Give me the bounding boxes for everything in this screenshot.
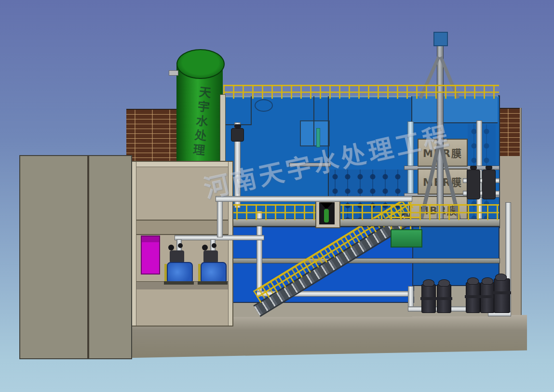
equipment-green-column: [324, 209, 329, 222]
left-boundary-wall: [19, 155, 132, 359]
room-left-beam: [132, 162, 136, 326]
tank-right-top-band: [412, 96, 498, 123]
green-riser-pipe: [316, 128, 320, 147]
tank-inner-ledge: [289, 163, 331, 167]
blower-header-riser: [408, 286, 414, 309]
blower-pump: [421, 284, 436, 313]
room-top-band: [132, 162, 232, 167]
transfer-pipe: [216, 196, 412, 202]
tank-partition-line: [251, 96, 252, 125]
pump-motor-works: [170, 250, 184, 263]
valve-handwheel: [202, 245, 208, 250]
pipe-valve: [231, 128, 244, 142]
magenta-cabinet: [141, 235, 160, 274]
plant-3d-rendering: 天宇水处理 MBR膜 MBR膜 MBR膜: [0, 0, 554, 392]
blower-pump: [466, 282, 480, 313]
blower-pump: [437, 284, 451, 313]
walkway-guardrail: [227, 204, 499, 220]
pump-base: [198, 281, 228, 285]
room-right-beam: [228, 162, 232, 326]
green-storage-tank-top: [176, 49, 225, 79]
tank-partition-line: [313, 96, 314, 145]
valve-handwheel: [178, 243, 183, 248]
top-guardrail: [223, 85, 499, 99]
brick-column-right: [500, 108, 520, 156]
pump-base: [164, 281, 194, 285]
valve-handwheel: [212, 243, 216, 248]
stair-landing-green: [391, 229, 422, 248]
manhole-outline: [255, 99, 273, 112]
transfer-pipe-drop: [217, 201, 223, 237]
blower-pump: [480, 282, 495, 313]
hoist-mast-cap: [433, 32, 448, 46]
manifold-valve: [482, 170, 496, 199]
manifold-valve: [467, 170, 480, 199]
tank-window-panel: [300, 120, 330, 146]
blower-pump: [494, 278, 510, 313]
wall-seam: [87, 156, 89, 358]
pump-motor-works: [203, 250, 218, 263]
valve-handwheel: [168, 245, 174, 250]
lower-tie-beam: [222, 258, 500, 263]
tank-nozzle: [169, 70, 178, 76]
